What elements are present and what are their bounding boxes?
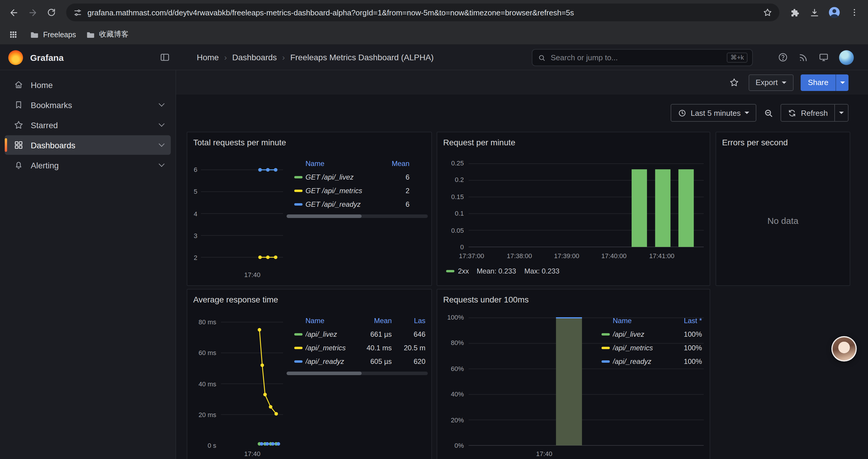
legend[interactable]: 2xx Mean: 0.233 Max: 0.233 (446, 267, 568, 275)
sidebar-item-alerting[interactable]: Alerting (5, 155, 171, 175)
panel-requests-under-100ms[interactable]: Requests under 100ms 100% 80% 60% 40% 20… (437, 289, 710, 459)
chevron-down-icon[interactable] (159, 141, 164, 147)
share-button[interactable]: Share (801, 74, 836, 91)
panel-title: Average response time (193, 295, 278, 304)
back-icon[interactable] (5, 4, 23, 21)
legend-row[interactable]: /api/_metrics 40.1 ms 20.5 m (286, 341, 428, 355)
screen: Freeleaps 收藏博客 Grafana Home › Dashboards… (0, 0, 868, 459)
url-input[interactable] (88, 8, 757, 17)
y-axis-labels: 6 5 4 3 2 (187, 166, 197, 262)
x-axis-label: 17:40 (524, 450, 565, 458)
legend-row[interactable]: /api/_readyz 100% (601, 355, 702, 368)
breadcrumb-home[interactable]: Home (197, 53, 219, 62)
panel-request-per-minute[interactable]: Request per minute 0.25 0.2 0.15 0.1 0.0… (437, 132, 710, 286)
legend-header-mean[interactable]: Mean (365, 316, 392, 325)
legend-row[interactable]: /api/_metrics 100% (601, 341, 702, 355)
reload-icon[interactable] (42, 4, 60, 21)
search-input[interactable] (551, 53, 722, 62)
assistant-avatar-widget[interactable] (831, 336, 857, 362)
series-mean: 6 (406, 173, 409, 181)
legend-row[interactable]: /api/_readyz 605 µs 620 (286, 355, 428, 368)
legend-header-last[interactable]: Las (392, 316, 426, 325)
series-last: 100% (684, 357, 702, 365)
breadcrumb: Home › Dashboards › Freeleaps Metrics Da… (197, 53, 434, 62)
apps-grid-icon[interactable] (6, 28, 20, 42)
share-dropdown-icon[interactable] (836, 74, 848, 91)
series-last: 100% (684, 330, 702, 338)
y-axis-labels: 100% 80% 60% 40% 20% 0% (437, 314, 464, 450)
series-color-swatch (601, 347, 610, 349)
profile-avatar[interactable] (826, 4, 843, 21)
legend-header-name[interactable]: Name (601, 316, 684, 325)
bookmark-star-icon[interactable] (763, 8, 772, 17)
x-axis-label: 17:37:00 (451, 252, 492, 260)
sidebar-item-label: Bookmarks (31, 100, 72, 109)
search-box[interactable]: ⌘+k (532, 49, 753, 66)
panel-average-response-time[interactable]: Average response time 80 ms 60 ms 40 ms … (187, 289, 432, 459)
sidebar-item-starred[interactable]: Starred (5, 115, 171, 135)
monitor-icon[interactable] (818, 52, 829, 63)
downloads-icon[interactable] (805, 4, 823, 21)
legend-scrollbar[interactable] (286, 371, 428, 375)
panel-errors-per-second[interactable]: Errors per second No data (716, 132, 850, 286)
dashboards-icon (13, 140, 24, 150)
url-bar[interactable] (66, 4, 779, 21)
legend-header-name[interactable]: Name (294, 159, 392, 167)
panel-title: Requests under 100ms (443, 295, 529, 304)
sidebar-toggle-icon[interactable] (159, 52, 170, 63)
legend-header-last[interactable]: Last * (684, 316, 702, 325)
bookmark-folder-freeleaps[interactable]: Freeleaps (30, 30, 76, 39)
refresh-label: Refresh (801, 108, 828, 117)
chevron-down-icon[interactable] (159, 121, 164, 127)
export-button[interactable]: Export (748, 74, 794, 91)
series-name: /api/_metrics (306, 343, 365, 352)
sidebar-item-dashboards[interactable]: Dashboards (5, 135, 171, 155)
star-icon (13, 120, 24, 130)
home-icon (13, 80, 24, 90)
chevron-down-icon[interactable] (159, 101, 164, 107)
zoom-out-icon[interactable] (761, 104, 776, 122)
legend-row[interactable]: GET /api/_metrics 2 (286, 184, 409, 197)
legend-scrollbar[interactable] (286, 215, 428, 218)
series-name: GET /api/_livez (306, 173, 406, 181)
legend-header-row: Name Mean Las (286, 314, 428, 327)
extensions-icon[interactable] (785, 4, 803, 21)
legend-row[interactable]: GET /api/_readyz 6 (286, 197, 409, 211)
chevron-down-icon[interactable] (159, 161, 164, 167)
breadcrumb-dashboards[interactable]: Dashboards (232, 53, 277, 62)
legend-row[interactable]: GET /api/_livez 6 (286, 170, 409, 184)
bookmark-folder-blog[interactable]: 收藏博客 (85, 30, 128, 40)
series-name: 2xx (458, 267, 469, 275)
refresh-split-button: Refresh (781, 104, 848, 122)
legend-header-mean[interactable]: Mean (392, 159, 409, 167)
browser-menu-icon[interactable] (845, 4, 863, 21)
x-axis-label: 17:41:00 (641, 252, 682, 260)
series-mean: 40.1 ms (365, 343, 392, 352)
sidebar-item-home[interactable]: Home (5, 75, 171, 95)
sidebar-item-bookmarks[interactable]: Bookmarks (5, 95, 171, 114)
x-axis-label: 17:39:00 (546, 252, 587, 260)
legend-header-name[interactable]: Name (294, 316, 365, 325)
y-axis-labels: 0.25 0.2 0.15 0.1 0.05 0 (437, 160, 464, 251)
series-color-swatch (294, 360, 303, 362)
user-avatar[interactable] (839, 50, 854, 65)
favorite-star-icon[interactable] (726, 75, 741, 90)
bookmark-icon (13, 100, 24, 110)
legend-row[interactable]: /api/_livez 100% (601, 327, 702, 341)
refresh-interval-dropdown[interactable] (834, 104, 848, 122)
grafana-logo[interactable] (8, 50, 23, 65)
series-last: 646 (392, 330, 426, 338)
refresh-button[interactable]: Refresh (781, 104, 835, 122)
time-range-label: Last 5 minutes (691, 108, 741, 117)
no-data-message: No data (716, 156, 850, 285)
help-icon[interactable] (778, 52, 788, 63)
series-mean: 2 (406, 186, 409, 195)
time-range-picker[interactable]: Last 5 minutes (671, 104, 756, 122)
legend-table: Name Mean Las /api/_livez 661 µs 646 (286, 314, 428, 368)
forward-icon[interactable] (24, 4, 41, 21)
site-settings-icon[interactable] (73, 8, 82, 17)
legend-row[interactable]: /api/_livez 661 µs 646 (286, 327, 428, 341)
series-last: 20.5 m (392, 343, 426, 352)
panel-total-requests[interactable]: Total requests per minute 6 5 4 3 2 17:4… (187, 132, 432, 286)
news-rss-icon[interactable] (798, 52, 808, 62)
